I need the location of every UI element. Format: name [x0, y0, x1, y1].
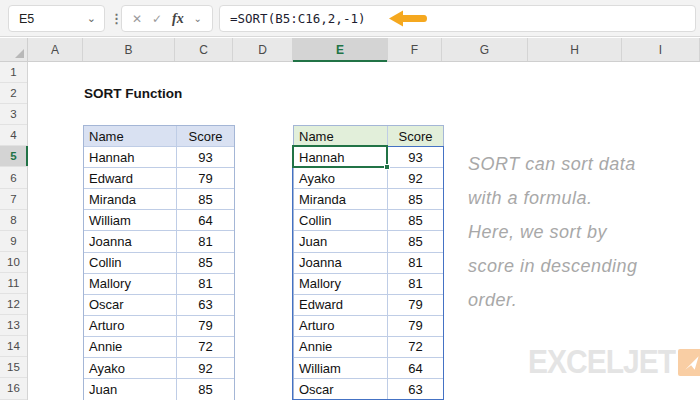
table-cell-score[interactable]: 81	[388, 274, 443, 295]
table-cell-name[interactable]: Joanna	[294, 253, 388, 274]
table-cell-name[interactable]: Ayako	[84, 358, 177, 379]
table-cell-name[interactable]: Hannah	[294, 147, 388, 168]
table-cell-score[interactable]: 81	[177, 231, 234, 252]
table-cell-name[interactable]: Arturo	[294, 316, 388, 337]
table-cell-score[interactable]: 72	[177, 337, 234, 358]
table-cell-name[interactable]: Joanna	[84, 231, 177, 252]
column-header-I[interactable]: I	[622, 38, 700, 61]
table-cell-score[interactable]: 93	[177, 147, 234, 168]
row-header-3[interactable]: 3	[0, 104, 27, 125]
table-cell-name[interactable]: Juan	[84, 379, 177, 400]
table-cell-score[interactable]: 85	[388, 189, 443, 210]
table-cell-score[interactable]: 72	[388, 337, 443, 358]
table-cell-name[interactable]: Annie	[84, 337, 177, 358]
row-header-9[interactable]: 9	[0, 231, 27, 252]
table-cell-score[interactable]: 92	[388, 168, 443, 189]
table-cell-name[interactable]: Oscar	[294, 379, 388, 400]
table-cell-name[interactable]: Edward	[294, 295, 388, 316]
column-header-A[interactable]: A	[28, 38, 83, 61]
table-cell-score[interactable]: 63	[388, 379, 443, 400]
cancel-icon[interactable]: ✕	[132, 12, 142, 26]
table-cell-score[interactable]: 92	[177, 358, 234, 379]
column-headers: ABCDEFGHI	[0, 38, 700, 62]
source-table: NameScoreHannah93Edward79Miranda85Willia…	[83, 125, 235, 400]
exceljet-logo: EXCELJET	[528, 345, 700, 379]
page-title: SORT Function	[84, 86, 182, 101]
column-header-D[interactable]: D	[233, 38, 293, 61]
row-header-10[interactable]: 10	[0, 252, 27, 273]
table-cell-score[interactable]: 79	[388, 295, 443, 316]
chevron-down-icon[interactable]: ⌄	[87, 12, 96, 25]
excel-worksheet: E5 ⌄ ⋮ ✕ ✓ fx ⌄ =SORT(B5:C16,2,-1) ABCDE…	[0, 0, 700, 400]
table-cell-name[interactable]: William	[294, 358, 388, 379]
column-header-E[interactable]: E	[293, 38, 388, 61]
row-header-13[interactable]: 13	[0, 315, 27, 336]
table-header-score[interactable]: Score	[177, 126, 234, 147]
select-all-corner[interactable]	[0, 38, 28, 61]
table-cell-name[interactable]: Collin	[84, 253, 177, 274]
formula-buttons: ✕ ✓ fx ⌄	[121, 5, 213, 32]
column-header-F[interactable]: F	[388, 38, 442, 61]
table-cell-name[interactable]: Miranda	[294, 189, 388, 210]
annotation-text: SORT can sort data with a formula. Here,…	[468, 147, 688, 317]
chevron-down-icon[interactable]: ⌄	[194, 13, 202, 24]
row-header-6[interactable]: 6	[0, 167, 27, 188]
orange-arrow-annotation-icon	[388, 9, 428, 28]
table-cell-score[interactable]: 64	[177, 210, 234, 231]
table-cell-score[interactable]: 79	[388, 316, 443, 337]
row-header-16[interactable]: 16	[0, 378, 27, 399]
drag-handle-icon: ⋮	[110, 6, 118, 31]
row-header-12[interactable]: 12	[0, 294, 27, 315]
table-cell-name[interactable]: Juan	[294, 231, 388, 252]
table-cell-name[interactable]: Oscar	[84, 295, 177, 316]
table-cell-name[interactable]: Ayako	[294, 168, 388, 189]
table-cell-score[interactable]: 64	[388, 358, 443, 379]
table-cell-name[interactable]: Hannah	[84, 147, 177, 168]
table-cell-score[interactable]: 81	[177, 274, 234, 295]
column-header-G[interactable]: G	[442, 38, 528, 61]
table-cell-score[interactable]: 93	[388, 147, 443, 168]
logo-text: EXCELJET	[528, 344, 675, 381]
name-box[interactable]: E5 ⌄	[8, 5, 105, 32]
table-cell-name[interactable]: Mallory	[294, 274, 388, 295]
name-box-value: E5	[19, 12, 34, 26]
table-cell-name[interactable]: Collin	[294, 210, 388, 231]
table-cell-name[interactable]: Annie	[294, 337, 388, 358]
row-header-11[interactable]: 11	[0, 273, 27, 294]
table-cell-score[interactable]: 85	[177, 253, 234, 274]
row-header-1[interactable]: 1	[0, 62, 27, 83]
paper-plane-icon	[678, 349, 700, 376]
row-header-5[interactable]: 5	[0, 146, 27, 167]
insert-function-icon[interactable]: fx	[172, 11, 184, 27]
enter-icon[interactable]: ✓	[152, 12, 162, 26]
table-cell-score[interactable]: 81	[388, 253, 443, 274]
formula-bar: E5 ⌄ ⋮ ✕ ✓ fx ⌄ =SORT(B5:C16,2,-1)	[0, 0, 700, 37]
table-cell-name[interactable]: William	[84, 210, 177, 231]
formula-text: =SORT(B5:C16,2,-1)	[230, 11, 365, 26]
table-header-score[interactable]: Score	[388, 126, 443, 147]
row-header-14[interactable]: 14	[0, 336, 27, 357]
table-cell-score[interactable]: 79	[177, 316, 234, 337]
formula-input[interactable]: =SORT(B5:C16,2,-1)	[219, 5, 696, 32]
sorted-table: NameScoreHannah93Ayako92Miranda85Collin8…	[293, 125, 444, 400]
table-cell-score[interactable]: 79	[177, 168, 234, 189]
row-header-4[interactable]: 4	[0, 125, 27, 146]
row-header-8[interactable]: 8	[0, 210, 27, 231]
row-header-2[interactable]: 2	[0, 83, 27, 104]
table-cell-name[interactable]: Miranda	[84, 189, 177, 210]
table-header-name[interactable]: Name	[84, 126, 177, 147]
table-header-name[interactable]: Name	[294, 126, 388, 147]
column-header-B[interactable]: B	[83, 38, 175, 61]
table-cell-score[interactable]: 85	[388, 210, 443, 231]
table-cell-score[interactable]: 85	[177, 189, 234, 210]
table-cell-score[interactable]: 85	[177, 379, 234, 400]
row-header-15[interactable]: 15	[0, 357, 27, 378]
column-header-H[interactable]: H	[528, 38, 622, 61]
row-header-7[interactable]: 7	[0, 189, 27, 210]
table-cell-name[interactable]: Mallory	[84, 274, 177, 295]
column-header-C[interactable]: C	[175, 38, 233, 61]
table-cell-name[interactable]: Edward	[84, 168, 177, 189]
table-cell-name[interactable]: Arturo	[84, 316, 177, 337]
table-cell-score[interactable]: 85	[388, 231, 443, 252]
table-cell-score[interactable]: 63	[177, 295, 234, 316]
